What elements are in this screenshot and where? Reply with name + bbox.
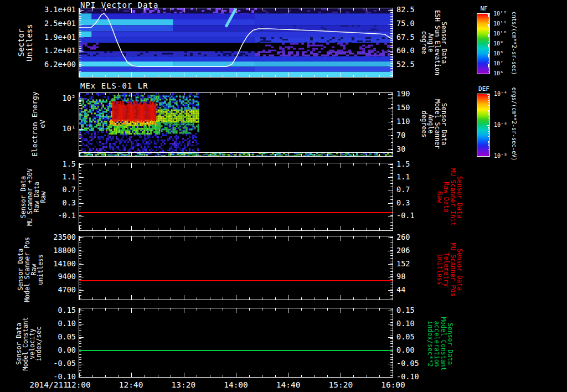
y-tick-label: 18800 [26,246,76,255]
y-tick-label: 206 [396,246,446,255]
colorbar-def [477,94,492,157]
panel-2-spectrogram [79,92,393,157]
colorbar-tick-label: 10¹⁰ [493,30,507,37]
y-tick-label: 0.10 [26,319,76,328]
figure: NPI Vector Data MEx ELS-01 LR Sector Uni… [0,0,567,392]
x-tick-label: 14:40 [265,380,312,389]
y-tick-label: 10¹ [26,124,76,133]
panel1-left-axis-label: Sector Unitless [17,24,34,61]
colorbar-def-units-label: ergs/(cm**2-sr-sec-eV) [511,87,517,161]
y-tick-label: 44 [396,285,446,294]
axis-label-line: Sector [17,24,25,61]
x-tick-label: 16:00 [370,380,416,389]
y-tick-label: 75.0 [396,19,446,28]
y-tick-label: 0.7 [26,185,76,194]
panel-1-spectrogram [79,8,393,78]
y-tick-label: 260 [396,233,446,241]
y-tick-label: 0.05 [26,332,76,341]
y-tick-label: 110 [396,117,446,126]
y-tick-label: 23500 [26,233,76,241]
y-tick-label: -0.10 [396,372,446,381]
colorbar-tick-label: 10⁶ [493,70,503,76]
colorbar-nf [477,13,492,74]
colorbar-tick-label: 10⁻⁶ [494,122,507,128]
y-tick-label: 1.5 [26,159,76,168]
y-tick-label: 0.7 [396,185,446,194]
y-tick-label: 152 [396,259,446,268]
y-tick-label: -0.1 [396,211,446,220]
y-tick-label: 2.5e+01 [26,19,76,28]
y-tick-label: 60.0 [396,46,446,55]
axis-label-line: Sensor Data [447,317,453,371]
y-tick-label: 9400 [26,272,76,281]
colorbar-tick-label: 10⁹ [493,40,503,47]
colorbar-tick-label: 10⁷ [493,60,503,66]
y-tick-label: 70 [396,131,446,140]
axis-label-line: Unitless [25,24,34,61]
x-tick-label: 12:00 [55,380,102,389]
y-tick-label: 30 [396,145,446,153]
y-tick-label: 10² [26,94,76,102]
y-tick-label: -0.05 [26,359,76,368]
y-tick-label: 0.10 [396,319,446,328]
x-tick-label: 15:20 [317,380,364,389]
y-tick-label: 0.3 [26,198,76,207]
y-tick-label: 6.2e+00 [26,60,76,69]
y-tick-label: 0.15 [26,306,76,314]
colorbar-nf-title: NF [476,5,492,12]
y-tick-label: 3.1e+01 [26,5,76,14]
y-tick-label: 190 [396,89,446,98]
y-tick-label: 0.15 [396,306,446,314]
panel-5-plot [79,308,393,378]
y-tick-label: -0.05 [396,359,446,368]
y-tick-label: 0.00 [396,345,446,354]
y-tick-label: 14100 [26,259,76,268]
y-tick-label: 82.5 [396,5,446,14]
colorbar-tick-label: 10¹² [493,11,507,17]
colorbar-tick-label: 10¹¹ [493,20,507,27]
colorbar-tick-label: 10⁻⁴ [494,91,507,97]
panel-3-plot [79,163,393,231]
axis-label-line: MU Scanner Init [450,168,456,226]
x-tick-label: 14:00 [213,380,259,389]
x-tick-label: 13:20 [160,380,207,389]
y-tick-label: 0.3 [396,198,446,207]
y-tick-label: 0.05 [396,332,446,341]
panel2-title: MEx ELS-01 LR [80,81,148,90]
panel-4-plot [79,236,393,300]
y-tick-label: -0.10 [26,372,76,381]
y-tick-label: 1.2e+01 [26,46,76,55]
x-tick-label: 12:40 [108,380,154,389]
y-tick-label: 98 [396,272,446,281]
axis-label-line: Sensor Data [456,243,463,297]
y-tick-label: -0.1 [26,211,76,220]
y-tick-label: 1.9e+01 [26,33,76,42]
y-tick-label: 4700 [26,285,76,294]
colorbar-nf-units-label: cnts/(cm**2-sr-sec) [511,12,517,75]
y-tick-label: 52.5 [396,60,446,69]
colorbar-tick-label: 10⁻⁸ [494,153,507,159]
axis-label-line: Sensor Data [456,168,463,226]
colorbar-tick-label: 10⁸ [493,50,503,56]
axis-label-line: MU Scanner Pos [450,243,456,297]
y-tick-label: 1.5 [396,159,446,168]
y-tick-label: 150 [396,103,446,112]
y-tick-label: 1.1 [396,172,446,181]
y-tick-label: 1.1 [26,172,76,181]
y-tick-label: 0.00 [26,345,76,354]
y-tick-label: 67.5 [396,33,446,42]
colorbar-def-title: DEF [476,85,492,92]
